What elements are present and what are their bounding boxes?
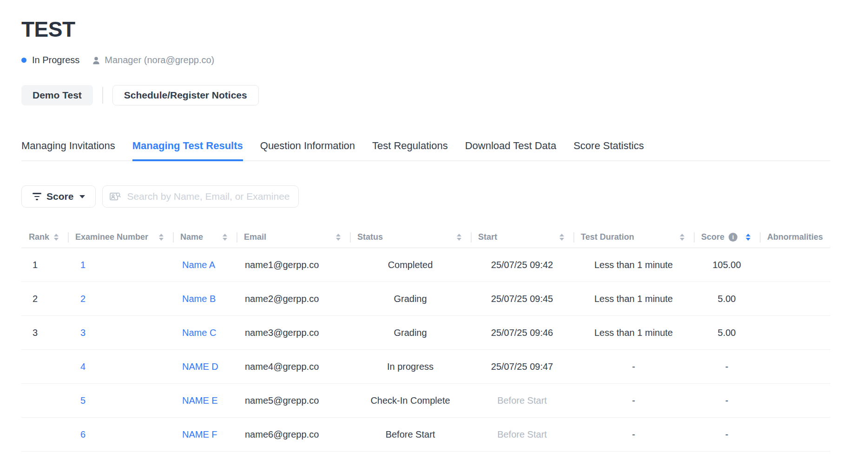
score-cell: 105.00 [694,248,760,282]
abnormalities-cell [760,316,830,349]
tab-score-statistics[interactable]: Score Statistics [573,140,644,160]
duration-cell: Less than 1 minute [573,248,694,282]
status-dot-icon [21,58,26,63]
demo-test-button[interactable]: Demo Test [21,85,93,105]
sort-icon[interactable] [559,234,564,241]
status-cell: Check-In Complete [350,384,471,417]
name-cell: Name A [173,248,237,282]
column-header-abnormalities: Abnormalities [760,227,830,248]
sort-icon[interactable] [223,234,227,241]
rank-cell: 1 [21,248,68,282]
examinee-number-link[interactable]: 6 [80,429,85,440]
start-cell: 25/07/25 09:47 [471,350,573,383]
sort-icon-active[interactable] [746,234,750,241]
duration-cell: Less than 1 minute [573,316,694,349]
rank-cell [21,418,68,451]
abnormalities-cell [760,350,830,383]
name-cell: NAME D [173,350,237,383]
start-cell: 25/07/25 09:42 [471,248,573,282]
column-header-name[interactable]: Name [173,227,237,248]
column-header-examinee-number[interactable]: Examinee Number [68,227,173,248]
tab-managing-invitations[interactable]: Managing Invitations [21,140,115,160]
info-icon[interactable]: i [729,233,737,242]
table-row: 4 NAME D name4@grepp.co In progress 25/0… [21,350,830,384]
status-cell: Grading [350,282,471,315]
name-cell: Name C [173,316,237,349]
examinee-number-cell: 3 [68,316,173,349]
start-cell: Before Start [471,384,573,417]
manager-label: Manager (nora@grepp.co) [105,55,214,66]
email-cell: name5@grepp.co [237,384,350,417]
status-label: In Progress [32,55,79,66]
tab-managing-test-results[interactable]: Managing Test Results [132,140,243,160]
test-management-page: TEST In Progress Manager (nora@grepp.co)… [0,0,852,452]
name-cell: NAME E [173,384,237,417]
manager-info: Manager (nora@grepp.co) [92,55,214,66]
score-cell: 5.00 [694,316,760,349]
rank-cell [21,350,68,383]
results-table: Rank Examinee Number Name Email Status S… [21,227,830,452]
column-header-rank[interactable]: Rank [21,227,68,248]
examinee-number-cell: 6 [68,418,173,451]
duration-cell: Less than 1 minute [573,282,694,315]
page-title: TEST [21,17,830,42]
chevron-down-icon [79,195,85,198]
rank-cell: 2 [21,282,68,315]
start-cell: Before Start [471,418,573,451]
abnormalities-cell [760,282,830,315]
score-cell: 5.00 [694,282,760,315]
examinee-number-link[interactable]: 2 [80,294,85,304]
filter-row: Score [21,185,830,208]
tab-test-regulations[interactable]: Test Regulations [372,140,448,160]
search-input[interactable] [102,185,299,208]
filter-label: Score [46,191,73,202]
name-link[interactable]: Name B [182,294,216,304]
search-box [102,185,299,208]
name-cell: Name B [173,282,237,315]
schedule-register-notices-button[interactable]: Schedule/Register Notices [112,85,259,105]
tab-question-information[interactable]: Question Information [260,140,355,160]
sort-icon[interactable] [680,234,684,241]
duration-cell: - [573,418,694,451]
column-header-status[interactable]: Status [350,227,471,248]
action-buttons: Demo Test Schedule/Register Notices [21,85,830,105]
abnormalities-cell [760,418,830,451]
examinee-number-cell: 2 [68,282,173,315]
examinee-number-cell: 1 [68,248,173,282]
name-link[interactable]: NAME E [182,395,218,406]
table-row: 3 3 Name C name3@gerpp.co Grading 25/07/… [21,316,830,350]
duration-cell: - [573,384,694,417]
tab-bar: Managing Invitations Managing Test Resul… [21,140,830,161]
column-header-test-duration[interactable]: Test Duration [573,227,694,248]
rank-cell [21,384,68,417]
name-link[interactable]: NAME D [182,361,218,372]
name-link[interactable]: Name C [182,328,216,338]
rank-cell: 3 [21,316,68,349]
email-cell: name4@grepp.co [237,350,350,383]
tab-download-test-data[interactable]: Download Test Data [465,140,557,160]
sort-icon[interactable] [54,234,59,241]
examinee-number-link[interactable]: 1 [80,260,85,270]
email-cell: name2@gerpp.co [237,282,350,315]
start-cell: 25/07/25 09:46 [471,316,573,349]
abnormalities-cell [760,248,830,282]
examinee-search-icon [109,191,121,203]
examinee-number-cell: 4 [68,350,173,383]
column-header-email[interactable]: Email [237,227,350,248]
sort-icon[interactable] [457,234,461,241]
examinee-number-link[interactable]: 3 [80,328,85,338]
score-filter-button[interactable]: Score [21,185,96,208]
column-header-score[interactable]: Score i [694,227,760,248]
sort-icon[interactable] [336,234,341,241]
abnormalities-cell [760,384,830,417]
name-cell: NAME F [173,418,237,451]
email-cell: name3@gerpp.co [237,316,350,349]
column-header-start[interactable]: Start [471,227,573,248]
status-cell: Grading [350,316,471,349]
examinee-number-link[interactable]: 5 [80,395,85,406]
status-row: In Progress Manager (nora@grepp.co) [21,55,830,66]
examinee-number-link[interactable]: 4 [80,361,85,372]
name-link[interactable]: Name A [182,260,215,270]
sort-icon[interactable] [159,234,164,241]
name-link[interactable]: NAME F [182,429,217,440]
